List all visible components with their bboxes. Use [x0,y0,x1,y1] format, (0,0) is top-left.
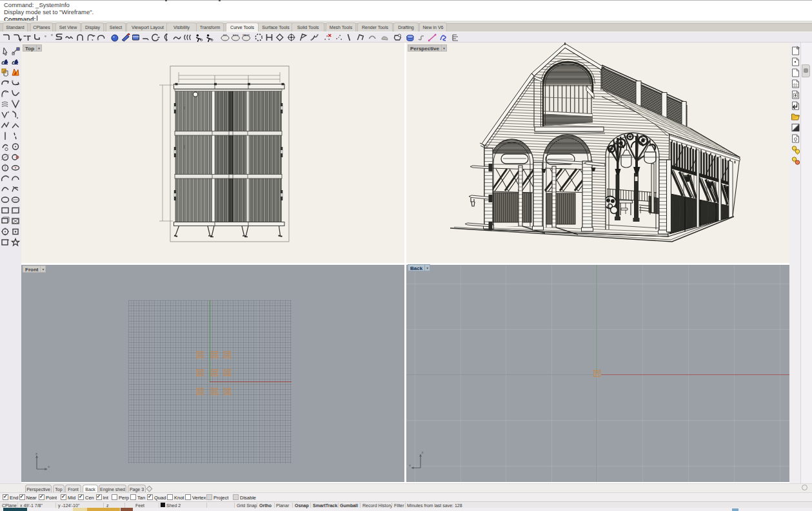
svg-text:x: x [48,465,50,468]
svg-text:PADR: PADR [243,34,250,37]
svg-text:FIT: FIT [223,34,228,37]
svg-text:z: z [35,452,37,456]
svg-text:EXG: EXG [233,34,238,37]
svg-text:x: x [409,463,411,467]
svg-text:z: z [422,450,424,454]
